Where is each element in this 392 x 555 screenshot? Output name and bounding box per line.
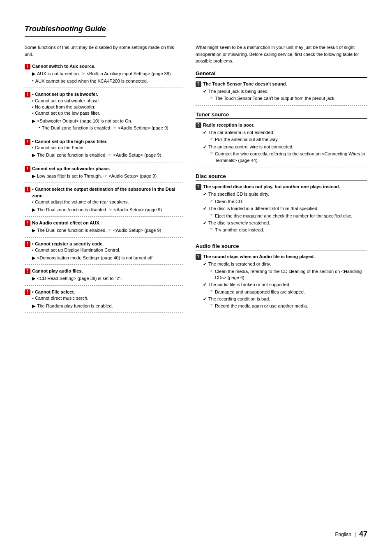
divider [196, 167, 367, 167]
item-text: The media is scratched or dirty. [208, 261, 271, 267]
arrow-icon: ▶ [32, 303, 35, 309]
ref-icon: ☞ [210, 268, 213, 273]
check-icon: ✔ [203, 261, 207, 267]
page-title: Troubleshooting Guide [25, 25, 106, 37]
divider [25, 312, 183, 313]
item-text: Pull the antenna out all the way. [215, 136, 279, 143]
problem-title: ! • Cannot register a security code. • C… [25, 241, 183, 254]
language-label: English [335, 532, 351, 537]
problem-block: ! • Cannot set up the high pass filter. … [25, 139, 183, 159]
exclaim-icon: ! [25, 289, 30, 295]
problem-text: • Cannot select the output destination o… [32, 186, 183, 199]
check-item: ✔ The preout jack is being used. [203, 88, 367, 95]
arrow-icon: ▶ [32, 118, 35, 124]
item-text: Damaged and unsupported files are skippe… [215, 289, 305, 295]
item-text: • Cannot adjust the volume of the rear s… [32, 199, 183, 205]
exclaim-icon: ! [25, 241, 30, 247]
question-icon: ? [196, 184, 201, 190]
exclaim-icon: ! [25, 220, 30, 226]
problem-text: The sound skips when an Audio file is be… [203, 254, 315, 260]
divider [196, 105, 367, 106]
divider [25, 183, 183, 183]
solution-block: ▶ The Dual zone function is enabled. ☞ <… [32, 227, 183, 234]
problem-block: ? The sound skips when an Audio file is … [196, 254, 367, 310]
ref-icon: ☞ [210, 213, 213, 217]
exclaim-icon: ! [25, 92, 30, 97]
arrow-item: ▶ Low pass filter is set to Through. ☞ <… [32, 173, 183, 179]
exclaim-icon: ! [25, 166, 30, 172]
divider [25, 285, 183, 286]
right-intro: What might seem to be a malfunction in y… [196, 44, 367, 65]
item-text: AUX is not turned on. ☞ <Built-in Auxili… [37, 71, 171, 77]
problem-title: ! Cannot play audio files. [25, 268, 183, 274]
solution-block: ▶ <CD Read Setting> (page 38) is set to … [32, 275, 183, 282]
question-icon: ? [196, 81, 201, 87]
item-text: AUX cannot be used when the KCA-iP200 is… [35, 78, 148, 84]
check-item: ✔ The disc is loaded in a different slot… [203, 206, 367, 212]
arrow-icon: ▶ [32, 153, 35, 158]
problem-title: ? Radio reception is poor. [196, 122, 367, 128]
ref-item: ☞ The Touch Sensor Tone can't be output … [210, 95, 367, 102]
arrow-icon: ▶ [32, 255, 35, 261]
arrow-icon: ▶ [32, 207, 35, 213]
ref-icon: ☞ [210, 151, 213, 155]
ref-item: ☞ Pull the antenna out all the way. [210, 136, 367, 143]
ref-icon: ☞ [210, 199, 213, 203]
arrow-item: ▶ <Demonstration mode Setting> (page 40)… [32, 255, 183, 261]
problem-title: ! No Audio control effect on AUX. [25, 220, 183, 226]
problem-text-multi: • Cannot set up the high pass filter. • … [32, 139, 108, 151]
item-text: The recording condition is bad. [208, 296, 270, 302]
problem-block: ? The Touch Sensor Tone doesn't sound. ✔… [196, 81, 367, 102]
item-text: • Cannot set up the low pass filter. [32, 110, 100, 116]
divider [25, 237, 183, 238]
arrow-item: ▶ The Random play function is enabled. [32, 303, 183, 309]
bullet-item: • AUX cannot be used when the KCA-iP200 … [32, 78, 183, 84]
problem-text: Cannot set up the subwoofer phase. [32, 166, 110, 172]
solution-block: ▶ The Random play function is enabled. [32, 303, 183, 309]
content-wrapper: Some functions of this unit may be disab… [25, 44, 367, 317]
section-heading-audio: Audio file source [196, 243, 367, 250]
item-text: Clean the media, referring to the CD cle… [215, 268, 367, 281]
question-icon: ? [196, 123, 201, 128]
problem-text: No Audio control effect on AUX. [32, 220, 101, 226]
check-item: ✔ The disc is severely scratched. [203, 220, 367, 226]
problem-text-multi: • Cannot File select. • Cannot direct mu… [32, 289, 88, 302]
arrow-icon: ▶ [32, 228, 35, 233]
item-text: • Cannot set up subwoofer phase. [32, 98, 100, 104]
check-icon: ✔ [203, 282, 207, 287]
problem-block: ! Cannot switch to Aux source. ▶ AUX is … [25, 63, 183, 84]
divider [25, 264, 183, 265]
page-number-area: English | 47 [335, 530, 367, 539]
problem-title: ! Cannot switch to Aux source. [25, 63, 183, 69]
ref-item: ☞ Damaged and unsupported files are skip… [210, 289, 367, 295]
divider [25, 135, 183, 135]
solution-block: ✔ The specified CD is quite dirty. ☞ Cle… [203, 191, 367, 233]
item-text: The disc is severely scratched. [208, 220, 270, 226]
section-heading-disc: Disc source [196, 173, 367, 180]
item-text: The specified CD is quite dirty. [208, 191, 269, 197]
problem-title: ? The specified disc does not play, but … [196, 184, 367, 190]
problem-text: The Touch Sensor Tone doesn't sound. [203, 81, 287, 87]
item-text: The Touch Sensor Tone can't be output fr… [215, 95, 336, 102]
divider [196, 237, 367, 237]
check-item: ✔ The media is scratched or dirty. [203, 261, 367, 267]
ref-item: ☞ Try another disc instead. [210, 227, 367, 233]
problem-block: ? Radio reception is poor. ✔ The car ant… [196, 122, 367, 164]
ref-item: ☞ Clean the CD. [210, 199, 367, 205]
item-text: <Demonstration mode Setting> (page 40) i… [37, 255, 154, 261]
ref-icon: ☞ [210, 303, 213, 308]
right-column: What might seem to be a malfunction in y… [196, 44, 367, 317]
solution-block: ▶ The Dual zone function is enabled. ☞ <… [32, 152, 183, 158]
divider [25, 216, 183, 217]
ref-item: ☞ Eject the disc magazine and check the … [210, 213, 367, 219]
bullet-icon: • [39, 125, 40, 130]
solution-block: ▶ AUX is not turned on. ☞ <Built-in Auxi… [32, 71, 183, 84]
problem-text-multi: • Cannot set up the subwoofer. • Cannot … [32, 91, 100, 117]
check-icon: ✔ [203, 144, 207, 150]
problem-text: Cannot play audio files. [32, 268, 83, 274]
item-text: Eject the disc magazine and check the nu… [215, 213, 352, 219]
bullet-icon: • [32, 78, 34, 83]
item-text: • No output from the subwoofer. [32, 104, 100, 110]
check-icon: ✔ [203, 296, 207, 302]
check-item: ✔ The recording condition is bad. [203, 296, 367, 302]
